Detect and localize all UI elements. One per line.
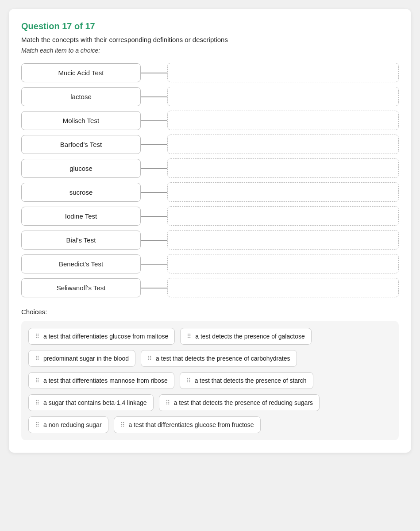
match-row: Mucic Acid Test <box>21 63 399 82</box>
choice-label: a test detects the presence of galactose <box>195 333 305 340</box>
choice-chip[interactable]: ⠿a sugar that contains beta-1,4 linkage <box>28 394 154 411</box>
match-right-drop[interactable] <box>167 63 399 82</box>
choice-chip[interactable]: ⠿predominant sugar in the blood <box>28 350 135 367</box>
match-left-item: lactose <box>21 87 141 106</box>
match-right-drop[interactable] <box>167 87 399 106</box>
connector-line <box>141 87 167 106</box>
match-row: Bial's Test <box>21 230 399 250</box>
connector-line <box>141 63 167 82</box>
match-row: Barfoed's Test <box>21 135 399 154</box>
match-row: lactose <box>21 87 399 106</box>
match-right-drop[interactable] <box>167 111 399 130</box>
connector-line <box>141 278 167 297</box>
connector-line <box>141 182 167 202</box>
drag-icon: ⠿ <box>35 399 40 406</box>
choice-chip[interactable]: ⠿a test that differentiates glucose from… <box>114 416 261 433</box>
match-right-drop[interactable] <box>167 278 399 297</box>
choice-label: predominant sugar in the blood <box>43 355 129 362</box>
drag-icon: ⠿ <box>186 377 191 384</box>
match-row: Molisch Test <box>21 111 399 130</box>
connector-line <box>141 230 167 250</box>
choice-label: a test that differentiates glucose from … <box>43 333 168 340</box>
match-right-drop[interactable] <box>167 158 399 178</box>
match-right-drop[interactable] <box>167 135 399 154</box>
connector-line <box>141 254 167 273</box>
choices-row: ⠿a sugar that contains beta-1,4 linkage⠿… <box>28 394 392 411</box>
drag-icon: ⠿ <box>166 399 170 406</box>
choice-label: a test that detects the presence of carb… <box>156 355 290 362</box>
match-left-item: Bial's Test <box>21 231 141 250</box>
choice-label: a sugar that contains beta-1,4 linkage <box>43 399 147 406</box>
match-row: Seliwanoff's Test <box>21 278 399 297</box>
match-row: Iodine Test <box>21 206 399 226</box>
drag-icon: ⠿ <box>35 377 40 384</box>
match-right-drop[interactable] <box>167 182 399 202</box>
match-area: Mucic Acid TestlactoseMolisch TestBarfoe… <box>21 63 399 297</box>
connector-line <box>141 206 167 226</box>
match-instruction: Match each item to a choice: <box>21 47 399 54</box>
choices-row: ⠿predominant sugar in the blood⠿a test t… <box>28 350 392 367</box>
match-row: sucrose <box>21 182 399 202</box>
connector-line <box>141 135 167 154</box>
question-title: Question 17 of 17 <box>21 21 399 31</box>
choice-chip[interactable]: ⠿a test that detects the presence of car… <box>141 350 297 367</box>
choice-chip[interactable]: ⠿a test detects the presence of galactos… <box>180 328 312 345</box>
choice-chip[interactable]: ⠿a test that differentiates glucose from… <box>28 328 175 345</box>
choice-chip[interactable]: ⠿a non reducing sugar <box>28 416 108 433</box>
choice-label: a test that differentiates glucose from … <box>129 421 254 428</box>
choice-chip[interactable]: ⠿a test that differentiates mannose from… <box>28 372 174 389</box>
match-row: Benedict's Test <box>21 254 399 273</box>
match-left-item: glucose <box>21 159 141 178</box>
match-left-item: Mucic Acid Test <box>21 63 141 82</box>
match-left-item: Iodine Test <box>21 207 141 226</box>
match-right-drop[interactable] <box>167 254 399 273</box>
choice-label: a test that detects the presence of star… <box>195 377 307 384</box>
choices-row: ⠿a non reducing sugar⠿a test that differ… <box>28 416 392 433</box>
choices-label: Choices: <box>21 308 399 316</box>
choice-chip[interactable]: ⠿a test that detects the presence of red… <box>159 394 320 411</box>
choices-row: ⠿a test that differentiates mannose from… <box>28 372 392 389</box>
connector-line <box>141 111 167 130</box>
match-right-drop[interactable] <box>167 230 399 250</box>
drag-icon: ⠿ <box>187 333 192 340</box>
question-card: Question 17 of 17 Match the concepts wit… <box>9 9 411 453</box>
choice-label: a test that differentiates mannose from … <box>43 377 168 384</box>
drag-icon: ⠿ <box>35 421 40 428</box>
question-text: Match the concepts with their correspond… <box>21 36 399 43</box>
choices-area: ⠿a test that differentiates glucose from… <box>21 321 399 440</box>
choice-chip[interactable]: ⠿a test that detects the presence of sta… <box>180 372 313 389</box>
connector-line <box>141 158 167 178</box>
match-left-item: Benedict's Test <box>21 254 141 273</box>
match-row: glucose <box>21 158 399 178</box>
match-left-item: Barfoed's Test <box>21 135 141 154</box>
match-left-item: sucrose <box>21 183 141 202</box>
drag-icon: ⠿ <box>120 421 125 428</box>
choices-row: ⠿a test that differentiates glucose from… <box>28 328 392 345</box>
choice-label: a non reducing sugar <box>43 421 102 428</box>
drag-icon: ⠿ <box>35 333 40 340</box>
match-left-item: Molisch Test <box>21 111 141 130</box>
match-right-drop[interactable] <box>167 206 399 226</box>
choice-label: a test that detects the presence of redu… <box>174 399 313 406</box>
drag-icon: ⠿ <box>35 355 40 362</box>
drag-icon: ⠿ <box>147 355 152 362</box>
match-left-item: Seliwanoff's Test <box>21 278 141 297</box>
